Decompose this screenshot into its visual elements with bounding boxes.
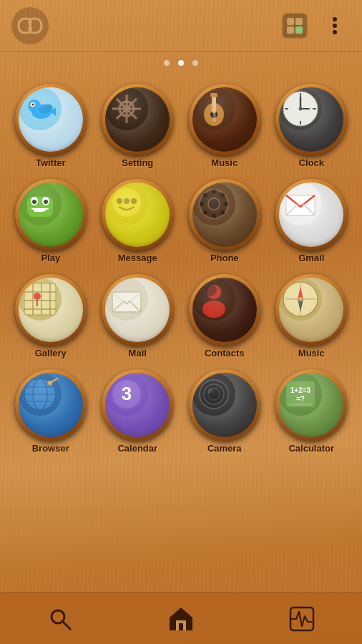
app-item-music2[interactable]: Music bbox=[268, 269, 356, 364]
mail-label: Mail bbox=[129, 348, 147, 358]
svg-point-58 bbox=[212, 214, 216, 218]
twitter-icon-inner bbox=[19, 87, 83, 152]
app-item-calendar[interactable]: 3 Calendar bbox=[94, 364, 182, 459]
svg-point-52 bbox=[124, 198, 129, 204]
svg-point-57 bbox=[212, 190, 216, 194]
play-icon-circle bbox=[19, 182, 83, 247]
browser-label: Browser bbox=[32, 443, 69, 454]
clock-icon-inner bbox=[279, 87, 343, 152]
svg-point-6 bbox=[333, 17, 337, 21]
svg-rect-5 bbox=[295, 26, 303, 34]
svg-rect-31 bbox=[210, 93, 217, 97]
menu-button[interactable] bbox=[319, 10, 351, 42]
app-item-twitter[interactable]: Twitter bbox=[7, 79, 94, 174]
home-button[interactable] bbox=[163, 601, 199, 637]
svg-rect-81 bbox=[112, 292, 141, 312]
calendar-icon-inner: 3 bbox=[105, 373, 170, 437]
calendar-label: Calendar bbox=[117, 443, 157, 454]
gallery-icon-circle bbox=[19, 278, 83, 342]
calculator-label: Calculator bbox=[288, 443, 334, 454]
app-logo[interactable] bbox=[11, 7, 49, 44]
svg-point-101 bbox=[48, 381, 52, 385]
svg-line-116 bbox=[63, 622, 70, 629]
phone-label: Phone bbox=[210, 253, 239, 263]
app-item-contacts[interactable]: Contacts bbox=[181, 269, 268, 364]
phone-icon-inner bbox=[192, 182, 257, 247]
phone-icon-circle bbox=[192, 182, 257, 247]
clock-icon-circle bbox=[279, 87, 343, 152]
app-item-setting[interactable]: Setting bbox=[94, 79, 182, 174]
gallery-icon-inner bbox=[19, 278, 83, 342]
svg-rect-47 bbox=[34, 208, 38, 212]
play-label: Play bbox=[41, 253, 60, 263]
svg-point-61 bbox=[203, 193, 207, 197]
svg-point-85 bbox=[202, 301, 225, 318]
camera-label: Camera bbox=[207, 443, 242, 454]
contacts-icon-circle bbox=[192, 278, 257, 342]
svg-point-63 bbox=[220, 193, 225, 197]
svg-point-14 bbox=[31, 104, 34, 106]
message-icon-inner bbox=[105, 182, 170, 247]
mail-icon-circle bbox=[105, 278, 170, 342]
gmail-icon-inner bbox=[279, 182, 343, 247]
app-item-play[interactable]: Play bbox=[7, 174, 94, 269]
svg-rect-111 bbox=[286, 381, 315, 407]
svg-text:1+2=3: 1+2=3 bbox=[290, 386, 311, 394]
music-icon-inner bbox=[192, 87, 257, 152]
app-item-music[interactable]: Music bbox=[181, 79, 268, 174]
contacts-label: Contacts bbox=[205, 348, 245, 358]
page-dot-3[interactable] bbox=[192, 60, 198, 66]
svg-point-64 bbox=[203, 210, 207, 215]
calculator-icon-inner: 1+2=3 =? bbox=[279, 373, 343, 437]
svg-point-46 bbox=[44, 200, 48, 204]
browser-icon-inner bbox=[19, 373, 83, 437]
page-indicator bbox=[0, 52, 362, 72]
svg-text:3: 3 bbox=[122, 383, 132, 404]
app-grid: Twitter Setting bbox=[0, 72, 362, 467]
svg-rect-3 bbox=[295, 18, 303, 25]
svg-point-7 bbox=[333, 24, 337, 28]
page-dot-2[interactable] bbox=[178, 60, 184, 66]
setting-icon-circle bbox=[105, 87, 170, 152]
app-item-mail[interactable]: Mail bbox=[94, 269, 182, 364]
app-item-gmail[interactable]: Gmail bbox=[268, 174, 356, 269]
top-right-controls bbox=[279, 10, 351, 42]
svg-rect-71 bbox=[24, 283, 56, 315]
shortcut-button[interactable] bbox=[279, 10, 310, 42]
svg-point-53 bbox=[131, 198, 137, 204]
svg-point-86 bbox=[205, 285, 217, 296]
setting-label: Setting bbox=[122, 157, 153, 168]
app-item-camera[interactable]: Camera bbox=[181, 364, 268, 459]
music2-icon-inner bbox=[279, 278, 343, 342]
app-item-gallery[interactable]: Gallery bbox=[7, 269, 94, 364]
setting-icon-inner bbox=[105, 87, 170, 152]
camera-icon-inner bbox=[192, 373, 257, 437]
gmail-label: Gmail bbox=[298, 253, 324, 263]
svg-point-62 bbox=[220, 210, 225, 215]
play-icon-inner bbox=[19, 182, 83, 247]
search-button[interactable] bbox=[42, 601, 78, 637]
camera-icon-circle bbox=[192, 373, 257, 437]
svg-text:=?: =? bbox=[296, 395, 305, 403]
twitter-label: Twitter bbox=[36, 157, 66, 168]
calendar-icon-circle: 3 bbox=[105, 373, 170, 437]
svg-point-78 bbox=[34, 293, 41, 300]
app-item-message[interactable]: Message bbox=[94, 174, 182, 269]
svg-point-93 bbox=[298, 297, 303, 301]
activity-button[interactable] bbox=[284, 601, 320, 637]
app-item-calculator[interactable]: 1+2=3 =? Calculator bbox=[268, 364, 356, 459]
svg-rect-1 bbox=[283, 14, 307, 38]
svg-point-59 bbox=[200, 202, 204, 206]
svg-rect-48 bbox=[39, 208, 43, 212]
clock-label: Clock bbox=[299, 157, 324, 168]
app-item-browser[interactable]: Browser bbox=[7, 364, 94, 459]
music2-icon-circle bbox=[279, 278, 343, 342]
contacts-icon-inner bbox=[192, 278, 257, 342]
music-label: Music bbox=[211, 157, 238, 168]
app-item-clock[interactable]: Clock bbox=[268, 79, 356, 174]
svg-rect-119 bbox=[179, 623, 183, 630]
svg-rect-4 bbox=[287, 26, 294, 34]
app-item-phone[interactable]: Phone bbox=[181, 174, 268, 269]
svg-point-60 bbox=[224, 202, 228, 206]
page-dot-1[interactable] bbox=[164, 60, 170, 66]
